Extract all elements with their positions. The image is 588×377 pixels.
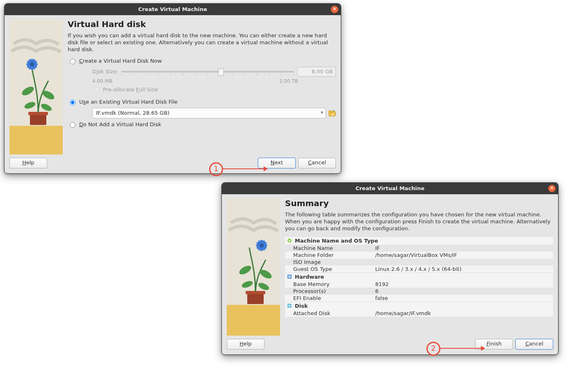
k-proc: Processor(s) [293, 288, 375, 294]
svg-rect-0 [9, 126, 63, 154]
svg-rect-17 [329, 111, 332, 112]
existing-disk-value: IF.vmdk (Normal, 28.65 GB) [96, 110, 169, 116]
cancel-button[interactable]: Cancel [515, 339, 553, 350]
v-attached: /home/sagar/IF.vmdk [375, 310, 552, 316]
help-label: elp [244, 341, 252, 347]
radio-none-label: Do Not Add a Virtual Hard Disk [79, 121, 161, 127]
svg-point-34 [289, 240, 290, 241]
help-button[interactable]: Help [9, 158, 47, 168]
svg-point-15 [30, 62, 34, 66]
k-guest-os: Guest OS Type [293, 266, 375, 272]
section-machine-header: Machine Name and OS Type [295, 238, 378, 244]
close-icon[interactable]: ✕ [331, 6, 338, 13]
section-disk: Disk [285, 302, 553, 310]
titlebar[interactable]: Create Virtual Machine ✕ [5, 4, 341, 15]
cancel-label: ancel [312, 159, 326, 166]
k-attached: Attached Disk [293, 310, 375, 316]
section-hardware-header: Hardware [295, 274, 324, 280]
dialog-hard-disk: Create Virtual Machine ✕ [4, 3, 341, 174]
k-efi: EFI Enable [293, 295, 375, 301]
step-arrow-2 [440, 348, 485, 349]
svg-rect-18 [227, 305, 280, 336]
svg-point-38 [289, 305, 290, 307]
svg-point-32 [260, 243, 264, 248]
v-memory: 8192 [375, 281, 552, 287]
disk-size-label: Disk Size: [92, 68, 118, 75]
page-title: Summary [285, 198, 553, 208]
v-machine-name: IF [375, 245, 552, 251]
page-description: If you wish you can add a virtual hard d… [68, 32, 336, 53]
radio-use-existing[interactable]: Use an Existing Virtual Hard Disk File [68, 98, 336, 105]
page-title: Virtual Hard disk [68, 19, 336, 29]
disk-size-slider[interactable] [121, 68, 294, 76]
next-label: ext [275, 159, 283, 166]
step-annotation-1: 1 [209, 162, 223, 176]
help-button[interactable]: Help [227, 339, 264, 350]
v-proc: 6 [375, 288, 552, 294]
v-machine-folder: /home/sagar/VirtualBox VMs/IF [375, 252, 552, 258]
cancel-label: ancel [529, 341, 543, 347]
help-label: elp [26, 159, 34, 166]
section-hardware: Hardware [285, 273, 553, 281]
window-title: Create Virtual Machine [356, 185, 424, 191]
window-title: Create Virtual Machine [138, 6, 207, 12]
v-efi: false [375, 295, 552, 301]
cancel-button[interactable]: Cancel [298, 158, 336, 168]
preallocate-label: Pre-allocate Full Size [103, 86, 158, 93]
wizard-sidebar-art [9, 19, 63, 154]
step-arrow-1 [223, 168, 267, 169]
radio-create-label: reate a Virtual Hard Disk Now [83, 58, 162, 64]
disk-size-value[interactable]: 8.00 GB [297, 67, 336, 77]
radio-create-disk[interactable]: Create a Virtual Hard Disk Now [68, 57, 336, 64]
gear-icon [287, 238, 292, 243]
close-icon[interactable]: ✕ [548, 185, 556, 192]
svg-rect-36 [288, 275, 291, 278]
page-description: The following table summarizes the confi… [285, 211, 553, 232]
checkbox-preallocate[interactable]: Pre-allocate Full Size [92, 86, 336, 93]
titlebar[interactable]: Create Virtual Machine ✕ [222, 183, 558, 194]
k-machine-name: Machine Name [293, 245, 375, 251]
svg-rect-19 [227, 198, 280, 305]
svg-rect-20 [247, 293, 264, 304]
k-memory: Base Memory [293, 281, 375, 287]
wizard-sidebar-art [227, 198, 280, 336]
v-iso [375, 259, 552, 265]
range-max: 2.00 TB [279, 78, 298, 84]
section-machine: Machine Name and OS Type [285, 236, 553, 245]
radio-existing-label: Use an Existing Virtual Hard Disk File [79, 99, 178, 105]
finish-label: inish [489, 341, 501, 347]
step-annotation-2: 2 [426, 342, 440, 356]
svg-rect-2 [30, 114, 46, 125]
section-disk-header: Disk [295, 303, 308, 309]
svg-rect-1 [9, 19, 63, 126]
dialog-summary: Create Virtual Machine ✕ [221, 182, 558, 355]
summary-table: Machine Name and OS Type Machine NameIF … [285, 236, 553, 317]
range-min: 4.00 MB [92, 78, 112, 84]
v-guest-os: Linux 2.6 / 3.x / 4.x / 5.x (64-bit) [375, 266, 552, 272]
browse-icon[interactable] [328, 109, 336, 117]
disk-icon [287, 303, 292, 309]
k-iso: ISO Image [293, 259, 375, 265]
chip-icon [287, 274, 292, 279]
k-machine-folder: Machine Folder [293, 252, 375, 258]
radio-no-disk[interactable]: Do Not Add a Virtual Hard Disk [68, 121, 336, 128]
existing-disk-combo[interactable]: IF.vmdk (Normal, 28.65 GB) [92, 108, 326, 118]
